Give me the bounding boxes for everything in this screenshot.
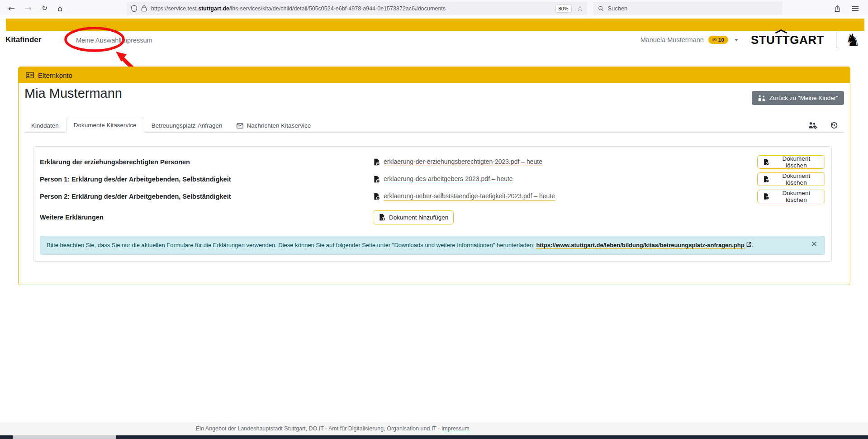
documents-panel: Erklärung der erziehungsberechtigten Per… <box>33 146 832 262</box>
document-row: Person 2: Erklärung des/der Arbeitgebend… <box>40 188 825 205</box>
address-bar[interactable]: https://service.test.stuttgart.de/lhs-se… <box>127 2 587 15</box>
tab-dokumente-kitaservice[interactable]: Dokumente Kitaservice <box>66 118 144 133</box>
document-label: Person 1: Erklärung des/der Arbeitgebend… <box>40 176 373 183</box>
close-icon[interactable]: ✕ <box>811 240 817 248</box>
document-row: Erklärung der erziehungsberechtigten Per… <box>40 153 825 171</box>
card-header-label: Elternkonto <box>38 72 72 79</box>
document-file-link[interactable]: erklaerung-des-arbeitgebers-2023.pdf – h… <box>373 175 513 183</box>
history-icon[interactable] <box>830 121 838 129</box>
page-accent-bar <box>6 19 864 31</box>
reload-icon[interactable]: ↻ <box>42 5 47 12</box>
tab-kinddaten[interactable]: Kinddaten <box>24 119 66 133</box>
logo-divider <box>836 32 836 48</box>
document-label: Person 2: Erklärung des/der Arbeitgebend… <box>40 193 373 200</box>
footer-text: Ein Angebot der Landeshauptstadt Stuttga… <box>196 425 470 432</box>
envelope-icon <box>237 123 243 129</box>
screen: ← → ↻ ⌂ https://service.test.stuttgart.d… <box>0 0 868 439</box>
forward-icon[interactable]: → <box>25 5 32 13</box>
bookmark-star-icon[interactable]: ☆ <box>577 5 583 13</box>
add-document-button[interactable]: Dokument hinzufügen <box>373 210 454 224</box>
child-name-title: Mia Mustermann <box>24 86 122 101</box>
file-minus-icon <box>763 176 769 183</box>
document-file-link[interactable]: erklaerung-der-erziehungsberechtigten-20… <box>373 158 542 166</box>
search-input[interactable] <box>607 5 778 12</box>
external-link-icon <box>746 242 752 248</box>
search-icon <box>598 5 604 12</box>
browser-toolbar: ← → ↻ ⌂ https://service.test.stuttgart.d… <box>0 0 868 17</box>
site-brand[interactable]: Kitafinder <box>5 35 41 44</box>
info-banner: Bitte beachten Sie, dass Sie nur die akt… <box>40 236 825 255</box>
file-download-icon <box>373 193 380 200</box>
delete-document-button[interactable]: Dokument löschen <box>757 190 825 203</box>
info-banner-text: Bitte beachten Sie, dass Sie nur die akt… <box>47 242 536 248</box>
add-document-row: Weitere Erklärungen Dokument hinzufügen <box>40 207 825 228</box>
scrollbar-thumb[interactable] <box>13 435 116 439</box>
menu-icon[interactable] <box>852 6 859 11</box>
add-row-label: Weitere Erklärungen <box>40 214 373 221</box>
document-row: Person 1: Erklärung des/der Arbeitgebend… <box>40 171 825 188</box>
tab-bar: Kinddaten Dokumente Kitaservice Betreuun… <box>24 118 844 133</box>
file-minus-icon <box>763 193 769 200</box>
search-bar[interactable] <box>593 2 783 15</box>
envelope-icon: ✉ <box>712 37 716 43</box>
tracking-shield-icon[interactable] <box>131 5 138 12</box>
nav-impressum[interactable]: Impressum <box>120 37 152 44</box>
file-plus-icon <box>378 214 385 221</box>
file-download-icon <box>373 158 380 166</box>
user-menu[interactable]: Manuela Mustermann <box>640 36 704 43</box>
children-icon <box>758 95 766 101</box>
downloads-link[interactable]: https://www.stuttgart.de/leben/bildung/k… <box>536 242 744 249</box>
document-label: Erklärung der erziehungsberechtigten Per… <box>40 158 373 166</box>
document-file-link[interactable]: erklaerung-ueber-selbststaendige-taetigk… <box>373 192 555 200</box>
card-header: Elternkonto <box>19 67 850 83</box>
logo-roof-icon <box>774 29 788 33</box>
messages-badge[interactable]: ✉10 <box>708 36 728 44</box>
url-text: https://service.test.stuttgart.de/lhs-se… <box>151 5 446 12</box>
home-icon[interactable]: ⌂ <box>57 5 62 13</box>
back-to-meine-kinder-button[interactable]: Zurück zu "Meine Kinder" <box>752 91 844 105</box>
tab-nachrichten-kitaservice[interactable]: Nachrichten Kitaservice <box>229 119 318 133</box>
footer-impressum-link[interactable]: Impressum <box>441 425 470 432</box>
manage-users-icon[interactable] <box>808 121 817 129</box>
file-minus-icon <box>763 158 769 166</box>
file-download-icon <box>373 176 380 183</box>
lock-icon[interactable] <box>141 5 147 12</box>
elternkonto-card: Elternkonto Mia Mustermann Zurück zu "Me… <box>18 67 850 285</box>
delete-document-button[interactable]: Dokument löschen <box>757 155 825 169</box>
share-icon[interactable] <box>834 5 841 12</box>
id-card-icon <box>26 72 34 78</box>
nav-meine-auswahl[interactable]: Meine Auswahl <box>76 37 120 44</box>
horizontal-scrollbar[interactable] <box>0 435 868 439</box>
delete-document-button[interactable]: Dokument löschen <box>757 172 825 186</box>
tab-betreuungsplatz-anfragen[interactable]: Betreuungsplatz-Anfragen <box>144 119 230 133</box>
back-icon[interactable]: ← <box>8 5 15 13</box>
stuttgart-logo: STUTTGART <box>751 33 824 47</box>
chevron-down-icon[interactable] <box>735 39 738 41</box>
zoom-level-button[interactable]: 80% <box>555 5 572 13</box>
page-footer: Ein Angebot der Landeshauptstadt Stuttga… <box>0 422 868 435</box>
stuttgart-horse-icon: ♞ <box>845 32 860 48</box>
